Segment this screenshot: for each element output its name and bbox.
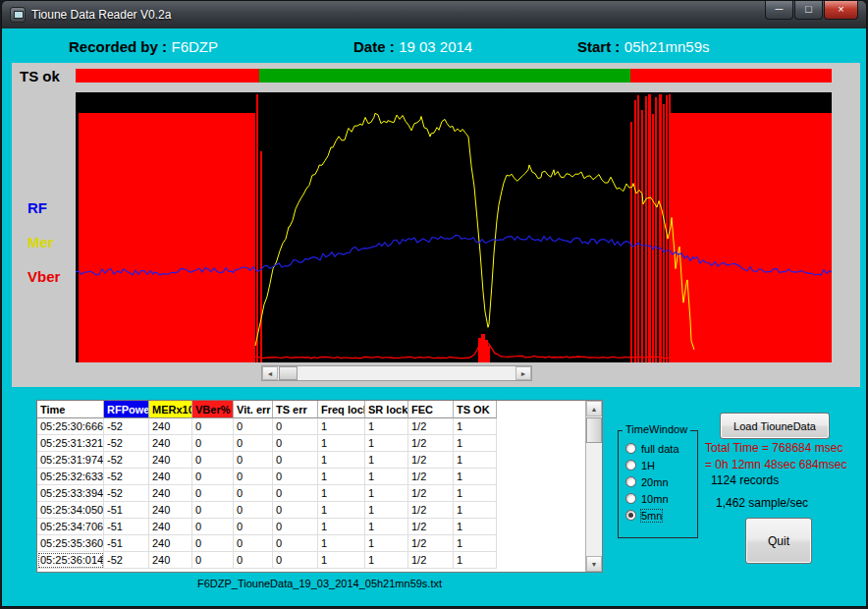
table-row[interactable]: 05:25:30:666-52240000111/21 [37, 418, 585, 435]
table-cell: 1/2 [408, 502, 454, 519]
radio-20mn[interactable]: 20mn [619, 473, 697, 490]
table-row[interactable]: 05:25:32:633-52240000111/21 [37, 469, 585, 485]
rf-red-spike [655, 97, 657, 362]
radio-icon [625, 460, 636, 471]
table-cell: -52 [104, 452, 149, 469]
table-row[interactable]: 05:25:36:014-52240000111/21 [37, 552, 585, 569]
scroll-up-icon[interactable]: ▲ [586, 401, 602, 416]
table-cell: 0 [273, 502, 318, 519]
table-row[interactable]: 05:25:35:360-51240000111/21 [37, 535, 585, 552]
table-cell: 1/2 [408, 452, 454, 469]
table-cell: 05:25:31:974 [37, 452, 104, 469]
column-header-time[interactable]: Time [37, 401, 104, 418]
legend-vber: Vber [27, 267, 60, 286]
rf-red-spike [256, 94, 258, 362]
chart-panel: TS ok RFMerVber ◄ ► [12, 63, 860, 387]
table-cell: 240 [149, 452, 192, 469]
table-row[interactable]: 05:25:33:394-52240000111/21 [37, 485, 585, 502]
table-cell: 240 [149, 469, 192, 485]
ts-ok-segment [630, 69, 832, 83]
start-label: Start : [577, 38, 620, 55]
scroll-right-icon[interactable]: ► [515, 366, 531, 380]
table-scrollbar[interactable]: ▲ ▼ [585, 401, 602, 572]
radio-label: 5mn [641, 510, 662, 522]
column-header-merx10[interactable]: MERx10 [149, 401, 192, 418]
table-cell: 0 [192, 418, 234, 435]
close-button[interactable]: × [824, 1, 858, 20]
chart-canvas [76, 92, 832, 362]
recorded-by-value: F6DZP [171, 38, 218, 55]
rf-red-spike [659, 94, 662, 362]
signal-chart [76, 92, 832, 362]
scroll-down-icon[interactable]: ▼ [586, 556, 602, 572]
table-cell: 0 [192, 519, 234, 535]
chart-scroll-thumb[interactable] [279, 366, 298, 380]
rf-red-spike [630, 122, 632, 362]
quit-button[interactable]: Quit [745, 518, 812, 564]
radio-label: 20mn [641, 476, 669, 488]
table-row[interactable]: 05:25:34:050-51240000111/21 [37, 502, 585, 519]
chart-scrollbar[interactable]: ◄ ► [261, 365, 532, 381]
radio-full-data[interactable]: full data [619, 440, 697, 457]
maximize-button[interactable]: □ [794, 1, 823, 20]
rf-red-spike [648, 94, 651, 362]
table-row[interactable]: 05:25:31:974-52240000111/21 [37, 452, 585, 469]
radio-10mn[interactable]: 10mn [619, 490, 697, 507]
table-cell: 1 [365, 435, 408, 452]
table-cell: 240 [149, 485, 192, 502]
table-cell: 0 [192, 469, 234, 485]
table-cell: 0 [234, 435, 273, 452]
rf-red-block [79, 113, 255, 362]
table-scroll-track[interactable] [586, 416, 602, 556]
table-cell: 0 [273, 485, 318, 502]
table-cell: 0 [234, 519, 273, 535]
column-header-vber-[interactable]: VBer% [192, 401, 234, 418]
ts-ok-bar [76, 69, 832, 83]
time-window-options: full data1H20mn10mn5mn [619, 431, 697, 524]
table-cell: 1 [318, 552, 365, 569]
chart-scroll-track[interactable] [278, 366, 515, 380]
rf-red-spike [634, 100, 636, 362]
table-cell: 05:25:30:666 [37, 418, 104, 435]
column-header-rfpower[interactable]: RFPower [104, 401, 149, 418]
table-cell: 0 [234, 485, 273, 502]
start-value: 05h21mn59s [624, 38, 710, 55]
table-cell: -52 [104, 418, 149, 435]
table-cell: -51 [104, 502, 149, 519]
table-cell: 1 [454, 519, 497, 535]
table-row[interactable]: 05:25:31:321-52240000111/21 [37, 435, 585, 452]
table-cell: -52 [104, 552, 149, 569]
table-cell: 0 [192, 485, 234, 502]
column-header-ts-ok[interactable]: TS OK [454, 401, 497, 418]
radio-1H[interactable]: 1H [619, 457, 697, 473]
table-cell: -52 [104, 469, 149, 485]
table-row[interactable]: 05:25:34:706-51240000111/21 [37, 519, 585, 535]
table-cell: 1 [365, 519, 408, 535]
table-cell: 0 [273, 535, 318, 552]
column-header-sr-lock[interactable]: SR lock [365, 401, 408, 418]
table-cell: 1 [318, 502, 365, 519]
table-cell: 0 [192, 452, 234, 469]
load-tiounedata-button[interactable]: Load TiouneData [720, 413, 830, 439]
table-cell: 1 [365, 418, 408, 435]
table-cell: 1 [365, 469, 408, 485]
column-header-fec[interactable]: FEC [408, 401, 454, 418]
table-cell: 1 [454, 552, 497, 569]
table-cell: 0 [192, 502, 234, 519]
table-header-row: TimeRFPowerMERx10VBer%Vit. errTS errFreq… [37, 401, 585, 418]
table-cell: 05:25:31:321 [37, 435, 104, 452]
table-scroll-thumb[interactable] [586, 417, 602, 443]
column-header-vit-err[interactable]: Vit. err [234, 401, 273, 418]
scroll-left-icon[interactable]: ◄ [262, 366, 278, 380]
client-area: Recorded by : F6DZP Date : 19 03 2014 St… [2, 28, 866, 606]
column-header-freq-lock[interactable]: Freq lock [318, 401, 365, 418]
title-bar[interactable]: Tioune Data Reader V0.2a ─ □ × [2, 1, 866, 28]
rf-red-spike [652, 114, 654, 362]
table-cell: 05:25:35:360 [37, 535, 104, 552]
radio-5mn[interactable]: 5mn [619, 507, 697, 524]
table-cell: 1 [318, 435, 365, 452]
time-window-group: TimeWindow full data1H20mn10mn5mn [618, 430, 698, 538]
rf-red-spike [478, 338, 481, 362]
column-header-ts-err[interactable]: TS err [273, 401, 318, 418]
minimize-button[interactable]: ─ [765, 1, 793, 20]
